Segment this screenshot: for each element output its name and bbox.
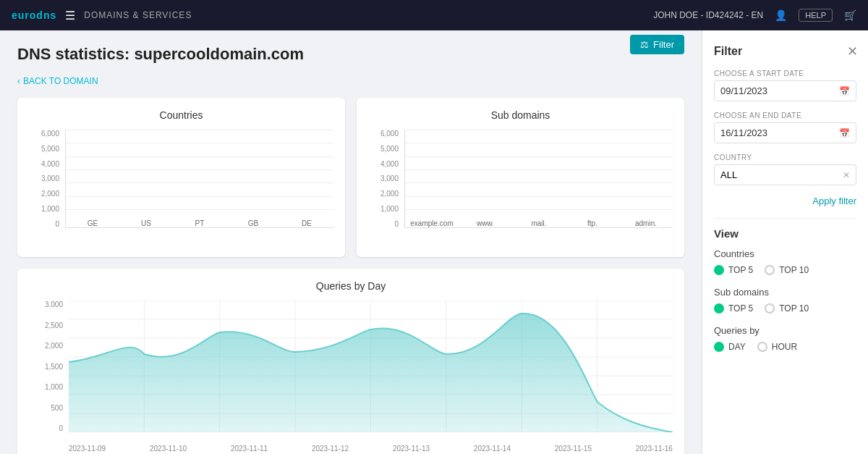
countries-top10-label: TOP 10 <box>779 265 809 275</box>
subdomains-radio-group: TOP 5 TOP 10 <box>714 303 856 314</box>
end-date-label: CHOOSE AN END DATE <box>714 112 856 119</box>
country-label: COUNTRY <box>714 154 856 161</box>
bar-label-example: example.com <box>410 219 453 227</box>
topnav: eurodns ☰ DOMAINS & SERVICES JOHN DOE - … <box>0 0 868 30</box>
page-title: DNS statistics: supercooldomain.com <box>17 45 304 64</box>
subdomains-top10-label: TOP 10 <box>779 303 809 314</box>
subdomains-y-axis: 6,0005,0004,0003,0002,0001,0000 <box>368 130 403 228</box>
queries-hour-label: HOUR <box>772 342 797 352</box>
subdomains-view-label: Sub domains <box>714 287 856 298</box>
calendar-icon: 📅 <box>839 86 850 96</box>
subdomains-top10-dot <box>765 303 775 314</box>
back-to-domain-link[interactable]: ‹ BACK TO DOMAIN <box>17 76 98 86</box>
app-body: DNS statistics: supercooldomain.com ⚖ Fi… <box>0 30 868 454</box>
country-input[interactable]: ALL ✕ <box>714 164 856 185</box>
clear-country-icon[interactable]: ✕ <box>843 170 850 180</box>
start-date-value: 09/11/2023 <box>720 85 767 96</box>
queries-radio-group: DAY HOUR <box>714 342 856 352</box>
bar-group-ftp: ftp. <box>566 217 619 227</box>
filter-button[interactable]: ⚖ Filter <box>630 35 684 54</box>
filter-panel: Filter ✕ CHOOSE A START DATE 09/11/2023 … <box>702 30 868 454</box>
sub-grid-lines <box>405 130 673 210</box>
domains-services-label: DOMAINS & SERVICES <box>84 10 192 20</box>
main-content: DNS statistics: supercooldomain.com ⚖ Fi… <box>0 30 702 454</box>
countries-radio-group: TOP 5 TOP 10 <box>714 265 856 275</box>
area-fill <box>69 314 673 432</box>
queries-day-label: DAY <box>728 342 746 352</box>
bar-group-gb: GB <box>226 217 280 227</box>
countries-y-axis: 6,0005,0004,0003,0002,0001,0000 <box>29 130 64 228</box>
logo: eurodns <box>12 9 56 21</box>
subdomains-chart-title: Sub domains <box>368 109 673 121</box>
divider <box>714 218 856 219</box>
queries-chart-title: Queries by Day <box>29 280 673 292</box>
bar-group-www: www. <box>459 217 512 227</box>
grid-lines <box>66 130 333 210</box>
countries-view-section: Countries TOP 5 TOP 10 <box>714 248 856 275</box>
countries-chart-card: Countries 6,0005,0004,0003,0002,0001,000… <box>17 98 345 257</box>
countries-top5-radio[interactable]: TOP 5 <box>714 265 753 275</box>
countries-bar-chart: 6,0005,0004,0003,0002,0001,0000 <box>29 130 333 245</box>
bar-label-pt: PT <box>195 219 205 227</box>
end-date-value: 16/11/2023 <box>720 127 767 138</box>
queries-y-axis: 3,0002,5002,0001,5001,0005000 <box>29 300 67 432</box>
countries-view-label: Countries <box>714 248 856 259</box>
country-value: ALL <box>720 169 737 180</box>
apply-filter-button[interactable]: Apply filter <box>714 196 856 206</box>
bar-group-pt: PT <box>173 217 226 227</box>
countries-top5-label: TOP 5 <box>728 265 753 275</box>
queries-day-dot <box>714 342 724 352</box>
user-label: JOHN DOE - ID424242 - EN <box>653 10 763 20</box>
bar-label-admin: admin. <box>635 219 657 227</box>
view-title: View <box>714 227 856 240</box>
bar-label-us: US <box>141 219 151 227</box>
bar-group-example: example.com <box>405 217 459 227</box>
filter-icon: ⚖ <box>640 39 649 50</box>
subdomains-chart-card: Sub domains 6,0005,0004,0003,0002,0001,0… <box>357 98 684 257</box>
end-date-input[interactable]: 16/11/2023 📅 <box>714 122 856 143</box>
start-date-field: CHOOSE A START DATE 09/11/2023 📅 <box>714 70 856 101</box>
subdomains-bar-area: example.com www. mail. <box>404 130 673 228</box>
queries-x-axis: 2023-11-09 2023-11-10 2023-11-11 2023-11… <box>69 445 673 453</box>
filter-close-icon[interactable]: ✕ <box>847 43 858 59</box>
chevron-left-icon: ‹ <box>17 76 20 86</box>
queries-area-svg <box>69 300 673 432</box>
subdomains-top5-radio[interactable]: TOP 5 <box>714 303 753 314</box>
bar-label-mail: mail. <box>531 219 546 227</box>
bar-group-admin: admin. <box>619 217 673 227</box>
user-icon[interactable]: 👤 <box>775 9 787 21</box>
queries-chart-card: Queries by Day 3,0002,5002,0001,5001,000… <box>17 269 684 454</box>
countries-top5-dot <box>714 265 724 275</box>
queries-hour-dot <box>757 342 767 352</box>
end-date-field: CHOOSE AN END DATE 16/11/2023 📅 <box>714 112 856 143</box>
bar-group-ge: GE <box>66 217 119 227</box>
countries-bar-area: GE US <box>65 130 333 228</box>
charts-row: Countries 6,0005,0004,0003,0002,0001,000… <box>17 98 684 257</box>
bar-group-mail: mail. <box>512 217 566 227</box>
cart-icon[interactable]: 🛒 <box>844 9 856 21</box>
topnav-right: JOHN DOE - ID424242 - EN 👤 HELP 🛒 <box>653 9 856 22</box>
calendar-end-icon: 📅 <box>839 128 850 138</box>
bar-label-de: DE <box>302 219 312 227</box>
hamburger-icon[interactable]: ☰ <box>65 9 75 22</box>
bar-label-ge: GE <box>88 219 98 227</box>
subdomains-top5-label: TOP 5 <box>728 303 753 314</box>
subdomains-view-section: Sub domains TOP 5 TOP 10 <box>714 287 856 314</box>
countries-top10-dot <box>765 265 775 275</box>
subdomains-top5-dot <box>714 303 724 314</box>
filter-panel-title: Filter <box>714 45 856 58</box>
queries-hour-radio[interactable]: HOUR <box>757 342 797 352</box>
countries-chart-title: Countries <box>29 109 333 121</box>
bar-label-ftp: ftp. <box>587 219 597 227</box>
subdomains-top10-radio[interactable]: TOP 10 <box>765 303 809 314</box>
bar-group-de: DE <box>280 217 333 227</box>
start-date-input[interactable]: 09/11/2023 📅 <box>714 80 856 101</box>
country-field: COUNTRY ALL ✕ <box>714 154 856 185</box>
queries-view-section: Queries by DAY HOUR <box>714 325 856 352</box>
queries-view-label: Queries by <box>714 325 856 336</box>
topnav-left: eurodns ☰ DOMAINS & SERVICES <box>12 9 192 22</box>
countries-top10-radio[interactable]: TOP 10 <box>765 265 809 275</box>
queries-day-radio[interactable]: DAY <box>714 342 746 352</box>
subdomains-bar-chart: 6,0005,0004,0003,0002,0001,0000 e <box>368 130 673 245</box>
help-button[interactable]: HELP <box>799 9 833 22</box>
